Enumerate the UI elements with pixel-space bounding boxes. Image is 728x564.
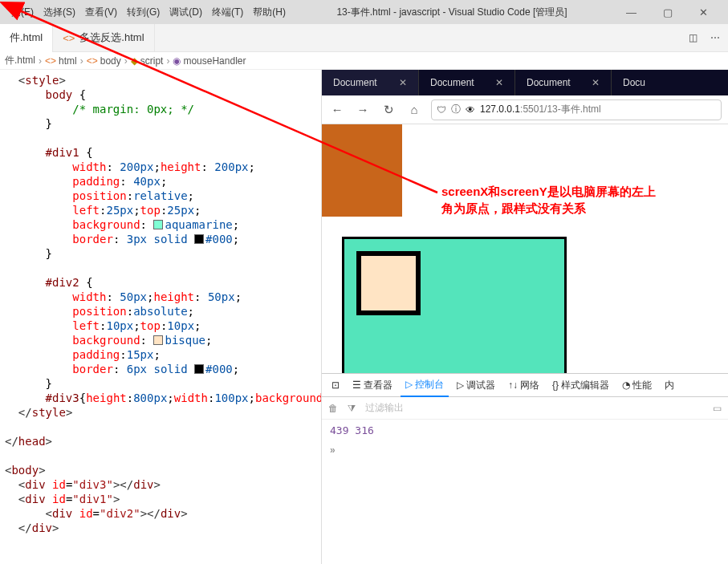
browser-tab[interactable]: Document✕ [514,70,611,95]
crumb[interactable]: <>html [45,55,77,67]
code-editor[interactable]: <style> body { /* margin: 0px; */ } #div… [0,70,321,564]
chevron-right-icon: › [166,55,169,67]
close-tab-icon[interactable]: ✕ [399,77,407,88]
devtools-tab-more[interactable]: 内 [660,379,679,392]
devtools-tab-performance[interactable]: ◔ 性能 [617,379,657,392]
menu-help[interactable]: 帮助(H) [248,6,291,19]
filter-input[interactable]: 过滤输出 [365,401,404,415]
div2-box [356,251,421,315]
reload-button[interactable]: ↻ [380,103,397,117]
crumb[interactable]: <>body [87,55,121,67]
maximize-button[interactable]: ▢ [649,6,685,18]
file-tab-label: 件.html [10,30,43,45]
div3-box [322,124,402,217]
breadcrumb: 件.html › <>html › <>body › ◆script › ◉mo… [0,52,728,70]
html-icon: <> [45,55,56,67]
close-tab-icon[interactable]: ✕ [495,77,503,88]
browser-tab[interactable]: Document✕ [322,70,418,95]
menu-view[interactable]: 查看(V) [80,6,122,19]
chevron-right-icon: › [80,55,83,67]
annotation-text: screenX和screenY是以电脑屏幕的左上 角为原点，跟样式没有关系 [441,183,714,217]
titlebar: 撰(E) 选择(S) 查看(V) 转到(G) 调试(D) 终端(T) 帮助(H)… [0,0,728,24]
page-viewport[interactable] [322,124,728,373]
method-icon: ◉ [173,55,181,67]
file-tab[interactable]: <> 多选反选.html [53,24,154,52]
crumb[interactable]: ◆script [131,55,164,67]
console-output: 439 316 [322,420,728,441]
editor-tabs: 件.html <> 多选反选.html ◫ ⋯ [0,24,728,52]
menu-select[interactable]: 选择(S) [39,6,80,19]
devtools-tab-network[interactable]: ↑↓ 网络 [503,379,544,392]
home-button[interactable]: ⌂ [405,103,423,116]
console-toolbar: 🗑 ⧩ 过滤输出 ▭ [322,397,728,420]
console-log-line: 439 316 [330,424,720,436]
url-host: 127.0.0.1:5501/13-事件.html [480,103,601,116]
devtools-pick-icon[interactable]: ⊡ [327,379,344,391]
html-file-icon: <> [63,32,75,44]
close-button[interactable]: ✕ [685,6,722,18]
filter-icon: ⧩ [348,403,356,414]
close-tab-icon[interactable]: ✕ [592,77,600,88]
chevron-right-icon: › [124,55,128,67]
div1-box [342,237,567,373]
console-settings-icon[interactable]: ▭ [713,403,722,414]
address-bar: ← → ↻ ⌂ 🛡 ⓘ 👁 127.0.0.1:5501/13-事件.html [322,95,728,124]
minimize-button[interactable]: — [613,6,649,18]
devtools-tab-inspector[interactable]: ☰ 查看器 [348,379,397,392]
more-actions-icon[interactable]: ⋯ [710,32,720,43]
back-button[interactable]: ← [328,103,346,116]
info-icon: ⓘ [451,103,461,116]
browser-tabs: Document✕ Document✕ Document✕ Docu [322,70,728,95]
crumb[interactable]: 件.html [5,54,35,67]
browser-preview: Document✕ Document✕ Document✕ Docu ← → ↻… [321,70,728,564]
devtools-tab-debugger[interactable]: ▷ 调试器 [452,379,500,392]
crumb[interactable]: ◉mouseHandler [173,55,246,67]
html-icon: <> [87,55,98,67]
forward-button[interactable]: → [354,103,372,116]
devtools-tabs: ⊡ ☰ 查看器 ▷ 控制台 ▷ 调试器 ↑↓ 网络 {} 样式编辑器 ◔ 性能 … [322,373,728,397]
devtools-tab-style[interactable]: {} 样式编辑器 [547,379,614,392]
console-prompt[interactable]: » [322,441,728,459]
clear-console-icon[interactable]: 🗑 [328,403,338,414]
file-tab-active[interactable]: 件.html [0,24,53,52]
script-icon: ◆ [131,55,138,67]
menu-edit[interactable]: 撰(E) [6,6,39,19]
window-title: 13-事件.html - javascript - Visual Studio … [291,6,613,19]
menu-goto[interactable]: 转到(G) [122,6,165,19]
browser-tab[interactable]: Document✕ [418,70,514,95]
shield-icon: 🛡 [437,104,446,116]
devtools-tab-console[interactable]: ▷ 控制台 [401,373,449,397]
browser-tab[interactable]: Docu [611,70,657,95]
menu-terminal[interactable]: 终端(T) [207,6,248,19]
menu-debug[interactable]: 调试(D) [165,6,207,19]
url-input[interactable]: 🛡 ⓘ 👁 127.0.0.1:5501/13-事件.html [431,99,722,120]
tracking-icon: 👁 [466,104,475,116]
chevron-right-icon: › [39,55,42,67]
file-tab-label: 多选反选.html [79,30,144,45]
split-editor-icon[interactable]: ◫ [689,32,697,43]
